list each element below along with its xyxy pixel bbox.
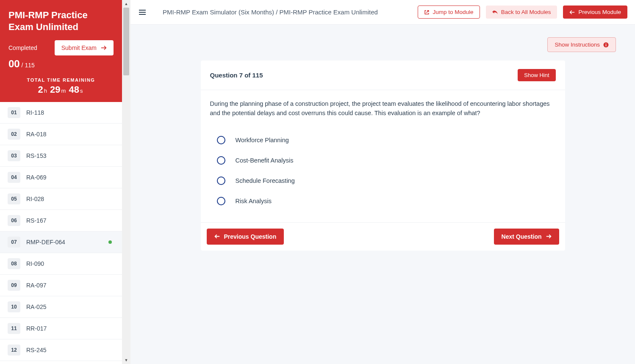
question-number-badge: 11	[8, 323, 20, 334]
question-list-item[interactable]: 11RR-017	[0, 318, 122, 339]
question-card: Question 7 of 115 Show Hint During the p…	[201, 61, 565, 251]
menu-toggle-button[interactable]	[136, 7, 148, 17]
timer-hours: 2	[38, 84, 43, 95]
question-code: RS-245	[26, 347, 46, 353]
arrow-left-icon	[569, 10, 575, 15]
question-list-item[interactable]: 09RA-097	[0, 275, 122, 296]
radio-button[interactable]	[217, 176, 225, 185]
submit-exam-button[interactable]: Submit Exam	[55, 40, 114, 55]
question-number-badge: 01	[8, 107, 20, 118]
topbar: PMI-RMP Exam Simulator (Six Months) / PM…	[130, 0, 635, 25]
info-circle-icon	[603, 42, 609, 47]
show-hint-button[interactable]: Show Hint	[518, 69, 555, 81]
question-code: RA-069	[26, 174, 46, 181]
question-list-item[interactable]: 12RS-245	[0, 339, 122, 361]
radio-button[interactable]	[217, 156, 225, 165]
jump-to-module-button[interactable]: Jump to Module	[418, 6, 480, 19]
back-to-modules-button[interactable]: Back to All Modules	[486, 6, 557, 19]
card-footer: Previous Question Next Question	[201, 222, 565, 251]
svg-rect-2	[606, 43, 607, 44]
scrollbar-up-arrow[interactable]: ▲	[122, 0, 130, 8]
answer-text: Workforce Planning	[236, 137, 289, 143]
question-number-badge: 12	[8, 345, 20, 356]
answer-text: Risk Analysis	[236, 198, 272, 204]
question-list-item[interactable]: 06RS-167	[0, 210, 122, 232]
svg-rect-1	[606, 44, 607, 46]
question-text: During the planning phase of a construct…	[210, 99, 556, 118]
question-number-badge: 08	[8, 258, 20, 269]
question-list-item[interactable]: 02RA-018	[0, 124, 122, 145]
scrollbar-thumb[interactable]	[123, 8, 129, 75]
arrow-left-icon	[214, 234, 220, 239]
content-area: Show Instructions Question 7 of 115 Show…	[130, 25, 635, 364]
question-code: RMP-DEF-064	[26, 239, 65, 245]
active-indicator-dot	[108, 240, 112, 244]
previous-question-button[interactable]: Previous Question	[207, 229, 284, 245]
question-list-item[interactable]: 08RI-090	[0, 253, 122, 275]
external-link-icon	[424, 10, 430, 15]
show-instructions-button[interactable]: Show Instructions	[547, 37, 616, 52]
question-code: RS-153	[26, 152, 46, 159]
show-hint-label: Show Hint	[524, 72, 549, 78]
progress-counter: 00 / 115	[8, 58, 114, 70]
arrow-right-icon	[546, 234, 552, 239]
scrollbar[interactable]: ▲ ▼	[122, 0, 130, 364]
submit-exam-label: Submit Exam	[61, 44, 97, 51]
question-code: RI-118	[26, 109, 44, 116]
jump-to-module-label: Jump to Module	[433, 9, 474, 15]
options-list: Workforce PlanningCost-Benefit AnalysisS…	[210, 130, 556, 211]
question-list: 01RI-11802RA-01803RS-15304RA-06905RI-028…	[0, 102, 122, 361]
question-list-item[interactable]: 07RMP-DEF-064	[0, 232, 122, 253]
radio-button[interactable]	[217, 197, 225, 205]
question-number-badge: 07	[8, 237, 20, 248]
back-to-modules-label: Back to All Modules	[501, 9, 551, 15]
sidebar-scroll: PMI-RMP Practice Exam Unlimited Complete…	[0, 0, 122, 364]
question-code: RA-097	[26, 282, 46, 289]
arrow-right-icon	[101, 45, 107, 50]
next-question-button[interactable]: Next Question	[494, 229, 559, 245]
reply-arrow-icon	[492, 10, 498, 15]
question-counter: Question 7 of 115	[210, 72, 263, 79]
timer-h-unit: h	[44, 88, 47, 94]
previous-module-label: Previous Module	[578, 9, 621, 15]
card-body: During the planning phase of a construct…	[201, 90, 565, 222]
completed-row: Completed Submit Exam	[8, 40, 114, 55]
question-number-badge: 09	[8, 280, 20, 291]
answer-option[interactable]: Schedule Forecasting	[210, 171, 556, 191]
show-instructions-label: Show Instructions	[555, 41, 600, 48]
answer-text: Schedule Forecasting	[236, 177, 295, 184]
instructions-row: Show Instructions	[150, 37, 616, 52]
answer-option[interactable]: Risk Analysis	[210, 191, 556, 211]
question-number-badge: 10	[8, 301, 20, 312]
question-code: RA-025	[26, 303, 46, 310]
question-number-badge: 06	[8, 215, 20, 226]
timer-minutes: 29	[50, 84, 60, 95]
timer-label: TOTAL TIME REMAINING	[8, 77, 114, 83]
question-number-badge: 02	[8, 129, 20, 140]
card-header: Question 7 of 115 Show Hint	[201, 61, 565, 90]
timer-m-unit: m	[61, 88, 66, 94]
timer-s-unit: s	[80, 88, 83, 94]
completed-label: Completed	[8, 44, 37, 51]
answer-option[interactable]: Workforce Planning	[210, 130, 556, 150]
next-question-label: Next Question	[502, 233, 542, 240]
counter-done: 00	[8, 58, 20, 69]
question-number-badge: 04	[8, 172, 20, 183]
question-code: RA-018	[26, 131, 46, 138]
main-area: PMI-RMP Exam Simulator (Six Months) / PM…	[130, 0, 635, 364]
answer-option[interactable]: Cost-Benefit Analysis	[210, 150, 556, 171]
sidebar: PMI-RMP Practice Exam Unlimited Complete…	[0, 0, 130, 364]
counter-sep: /	[22, 62, 23, 69]
previous-module-button[interactable]: Previous Module	[563, 6, 627, 19]
radio-button[interactable]	[217, 136, 225, 144]
question-list-item[interactable]: 10RA-025	[0, 296, 122, 318]
scrollbar-track[interactable]	[123, 8, 129, 356]
timer-value: 2h 29m 48s	[8, 84, 114, 95]
question-code: RS-167	[26, 217, 46, 224]
question-list-item[interactable]: 03RS-153	[0, 145, 122, 167]
question-list-item[interactable]: 04RA-069	[0, 167, 122, 188]
scrollbar-down-arrow[interactable]: ▼	[122, 356, 130, 364]
answer-text: Cost-Benefit Analysis	[236, 157, 294, 164]
question-list-item[interactable]: 05RI-028	[0, 188, 122, 210]
question-list-item[interactable]: 01RI-118	[0, 102, 122, 124]
